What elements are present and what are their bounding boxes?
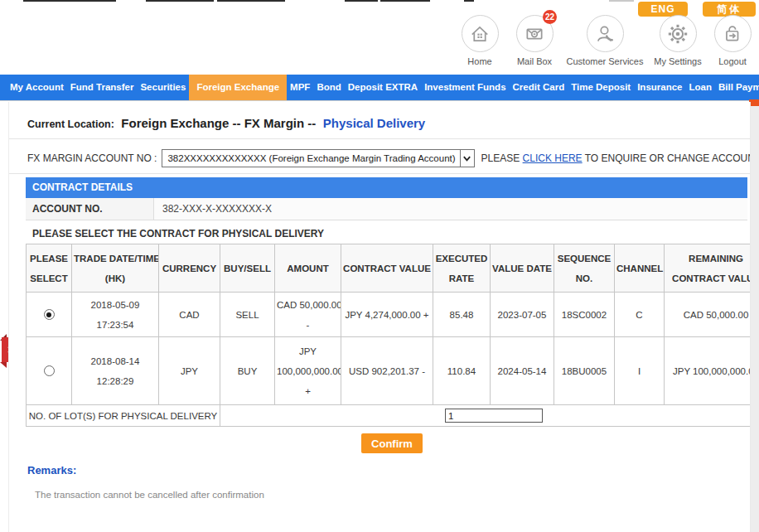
nav-item-credit-card[interactable]: Credit Card [510,75,568,100]
top-artifact [609,0,634,2]
logout-button[interactable]: Logout [708,15,757,66]
logout-icon [714,15,752,52]
col-header-amount: AMOUNT [275,244,341,293]
note-suffix: TO ENQUIRE OR CHANGE ACCOUNT NAME [583,152,751,164]
nav-underline [0,100,759,101]
nav-item-my-account[interactable]: My Account [7,75,67,100]
gear-icon [660,15,697,52]
select-contract-prompt: PLEASE SELECT THE CONTRACT FOR PHYSICAL … [32,225,324,243]
header-icon-bar: Home 22 Mail Box Customer Services [452,15,757,66]
table-cell-channel: I [615,337,665,405]
nav-item-bill-payment[interactable]: Bill Payment [715,75,759,100]
table-cell-value-date: 2023-07-05 [491,293,554,337]
breadcrumb-prefix: Current Location: [27,118,114,130]
table-cell-select [27,337,72,405]
col-header-trade-date-time: TRADE DATE/TIME(HK) [72,244,159,293]
table-cell-contract-value: USD 902,201.37 - [341,337,433,405]
col-header-currency: CURRENCY [159,244,220,293]
confirm-button[interactable]: Confirm [361,433,423,453]
table-cell-amount: JPY100,000,000.00+ [275,337,341,405]
fx-margin-account-select[interactable]: 382XXXXXXXXXXXXX (Foreign Exchange Margi… [162,149,474,167]
chevron-down-icon [460,150,474,167]
account-name-note: PLEASE CLICK HERE TO ENQUIRE OR CHANGE A… [481,152,751,164]
home-label: Home [467,56,491,66]
fx-margin-account-selected-option: 382XXXXXXXXXXXXX (Foreign Exchange Margi… [162,150,459,167]
mailbox-unread-badge: 22 [543,10,557,24]
home-icon [462,15,499,52]
breadcrumb: Current Location: Foreign Exchange -- FX… [27,113,425,134]
customer-services-label: Customer Services [567,56,644,66]
ribbon-tail [0,362,7,368]
mailbox-label: Mail Box [517,56,552,66]
account-no-row: ACCOUNT NO. 382-XXX-X-XXXXXXX-X [26,198,747,220]
contract-select-radio[interactable] [44,365,55,376]
col-header-buy-sell: BUY/SELL [220,244,275,293]
table-row: 2018-08-1412:28:29 JPY BUY JPY100,000,00… [27,337,752,405]
nav-item-foreign-exchange[interactable]: Foreign Exchange [189,75,287,100]
nav-item-securities[interactable]: Securities [137,75,189,100]
account-no-label: ACCOUNT NO. [26,198,154,220]
table-cell-sequence-no: 18BU0005 [554,337,615,405]
table-cell-amount: CAD 50,000.00- [275,293,341,337]
table-cell-remaining: JPY 100,000,000.00 [665,337,752,405]
lots-field-cell [220,405,752,427]
contract-select-radio[interactable] [44,309,55,320]
breadcrumb-current-page[interactable]: Physical Delivery [323,116,425,130]
click-here-link[interactable]: CLICK HERE [523,152,583,164]
nav-item-loan[interactable]: Loan [685,75,714,100]
nav-item-fund-transfer[interactable]: Fund Transfer [67,75,138,100]
col-header-sequence-no: SEQUENCENO. [554,244,615,293]
nav-item-time-deposit[interactable]: Time Deposit [568,75,634,100]
top-artifact [217,0,285,2]
table-cell-buy-sell: BUY [220,337,275,405]
nav-item-bond[interactable]: Bond [313,75,344,100]
fx-margin-account-row: FX MARGIN ACCOUNT NO : 382XXXXXXXXXXXXX … [27,143,751,173]
top-artifact [464,0,474,2]
table-row: 2018-05-0917:23:54 CAD SELL CAD 50,000.0… [27,293,752,337]
contracts-table: PLEASESELECT TRADE DATE/TIME(HK) CURRENC… [26,244,751,427]
home-button[interactable]: Home [452,15,507,66]
table-cell-select [27,293,72,337]
top-artifact [146,0,214,2]
table-cell-executed-rate: 110.84 [433,337,491,405]
lots-input[interactable] [445,409,543,423]
table-cell-channel: C [615,293,665,337]
my-settings-button[interactable]: My Settings [648,15,708,66]
col-header-contract-value: CONTRACT VALUE [341,244,433,293]
top-artifact [345,0,378,2]
main-navigation: My Account Fund Transfer Securities Fore… [0,75,759,100]
table-cell-executed-rate: 85.48 [433,293,491,337]
table-cell-trade-date-time: 2018-05-0917:23:54 [72,293,159,337]
table-cell-currency: CAD [159,293,220,337]
account-no-value: 382-XXX-X-XXXXXXX-X [154,198,747,220]
breadcrumb-path: Foreign Exchange -- FX Margin -- [121,116,316,130]
table-header-row: PLEASESELECT TRADE DATE/TIME(HK) CURRENC… [27,244,752,293]
nav-item-investment-funds[interactable]: Investment Funds [421,75,509,100]
divider [9,173,750,174]
scrollbar-track [750,106,759,532]
divider [9,138,750,139]
lots-label: NO. OF LOT(S) FOR PHYSICAL DELIVERY [27,405,220,427]
table-cell-trade-date-time: 2018-08-1412:28:29 [72,337,159,405]
mailbox-button[interactable]: 22 Mail Box [507,15,562,66]
col-header-value-date: VALUE DATE [491,244,554,293]
customer-services-button[interactable]: Customer Services [562,15,648,66]
table-cell-sequence-no: 18SC0002 [554,293,615,337]
col-header-channel: CHANNEL [615,244,665,293]
nav-item-deposit-extra[interactable]: Deposit EXTRA [345,75,421,100]
note-prefix: PLEASE [481,152,523,164]
table-cell-value-date: 2024-05-14 [491,337,554,405]
main-content: Current Location: Foreign Exchange -- FX… [8,102,751,532]
col-header-please-select: PLEASESELECT [27,244,72,293]
table-cell-contract-value: JPY 4,274,000.00 + [341,293,433,337]
nav-item-mpf[interactable]: MPF [287,75,313,100]
contract-details-header: CONTRACT DETAILS [26,177,747,198]
my-settings-label: My Settings [654,56,701,66]
table-cell-currency: JPY [159,337,220,405]
top-artifact [380,0,430,2]
nav-item-insurance[interactable]: Insurance [634,75,685,100]
col-header-remaining-contract-value: REMAININGCONTRACT VALUE [665,244,752,293]
remarks-text: The transaction cannot be cancelled afte… [35,490,264,500]
fx-margin-account-label: FX MARGIN ACCOUNT NO : [27,152,157,164]
table-cell-remaining: CAD 50,000.00 [665,293,752,337]
